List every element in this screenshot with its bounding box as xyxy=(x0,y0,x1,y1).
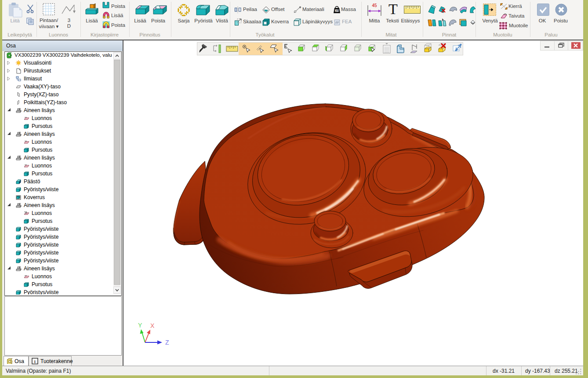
svg-text:Pyöristys/viiste: Pyöristys/viiste xyxy=(24,250,59,256)
svg-text:10: 10 xyxy=(335,9,339,12)
svg-text:X: X xyxy=(150,322,155,329)
svg-text:Pyöristys/viiste: Pyöristys/viiste xyxy=(24,242,59,248)
svg-text:Aineen lisäys: Aineen lisäys xyxy=(24,107,55,113)
svg-text:Piirustukset: Piirustukset xyxy=(24,68,51,74)
svg-text:Aineen lisäys: Aineen lisäys xyxy=(24,265,55,272)
svg-text:VX3002239 VX3002239 Vaihdekote: VX3002239 VX3002239 Vaihdekotelo, valu xyxy=(15,52,112,58)
svg-text:Pyöristys/viiste: Pyöristys/viiste xyxy=(24,289,59,294)
svg-text:Luonnos: Luonnos xyxy=(32,210,52,216)
svg-text:Pursotus: Pursotus xyxy=(32,123,52,129)
svg-text:Luonnos: Luonnos xyxy=(32,139,52,145)
svg-text:Luonnos: Luonnos xyxy=(32,115,52,121)
svg-text:Pursotus: Pursotus xyxy=(32,147,52,153)
svg-text:Aineen lisäys: Aineen lisäys xyxy=(24,155,55,161)
svg-text:Pyöristys/viiste: Pyöristys/viiste xyxy=(24,258,59,264)
svg-text:Ilmiasut: Ilmiasut xyxy=(24,76,42,82)
svg-text:Luonnos: Luonnos xyxy=(32,163,52,169)
svg-text:Poikittais(YZ)-taso: Poikittais(YZ)-taso xyxy=(24,99,67,105)
svg-text:Vaaka(XY)-taso: Vaaka(XY)-taso xyxy=(24,84,61,90)
svg-text:Z: Z xyxy=(165,339,169,346)
svg-text:Aineen lisäys: Aineen lisäys xyxy=(24,202,55,208)
svg-text:Y: Y xyxy=(138,322,142,329)
svg-text:Luonnos: Luonnos xyxy=(32,273,52,280)
svg-text:Koverrus: Koverrus xyxy=(24,194,45,200)
svg-text:Pysty(XZ)-taso: Pysty(XZ)-taso xyxy=(24,91,59,98)
svg-text:Aineen lisäys: Aineen lisäys xyxy=(24,131,55,137)
svg-text:Visualisointi: Visualisointi xyxy=(24,60,51,66)
svg-text:Pyöristys/viiste: Pyöristys/viiste xyxy=(24,226,59,232)
svg-text:45: 45 xyxy=(372,3,377,8)
svg-text:Pyöristys/viiste: Pyöristys/viiste xyxy=(24,234,59,240)
svg-text:i: i xyxy=(34,359,36,364)
svg-text:Pursotus: Pursotus xyxy=(32,281,52,287)
svg-text:Päästö: Päästö xyxy=(24,178,40,185)
svg-text:Pyöristys/viiste: Pyöristys/viiste xyxy=(24,186,59,193)
svg-text:Pursotus: Pursotus xyxy=(32,171,52,177)
svg-text:Pursotus: Pursotus xyxy=(32,218,52,224)
